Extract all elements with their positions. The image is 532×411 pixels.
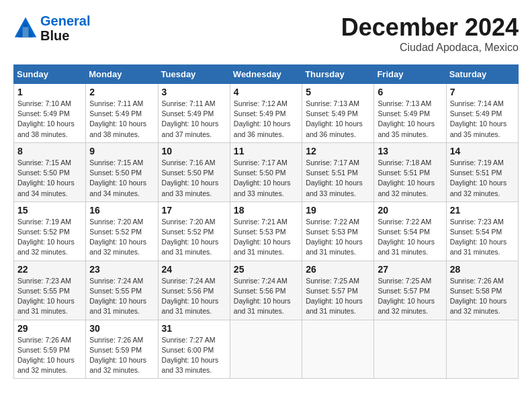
day-number: 19 — [306, 205, 370, 216]
day-info: Sunrise: 7:11 AM Sunset: 5:49 PM Dayligh… — [89, 99, 154, 140]
day-number: 13 — [378, 146, 442, 156]
day-info: Sunrise: 7:25 AM Sunset: 5:57 PM Dayligh… — [306, 276, 370, 317]
calendar-cell: 7 Sunrise: 7:14 AM Sunset: 5:49 PM Dayli… — [446, 84, 518, 143]
day-info: Sunrise: 7:12 AM Sunset: 5:49 PM Dayligh… — [234, 99, 298, 140]
calendar-cell: 31 Sunrise: 7:27 AM Sunset: 6:00 PM Dayl… — [158, 320, 230, 379]
day-info: Sunrise: 7:26 AM Sunset: 5:59 PM Dayligh… — [89, 335, 154, 376]
calendar-cell: 29 Sunrise: 7:26 AM Sunset: 5:59 PM Dayl… — [14, 320, 86, 379]
day-info: Sunrise: 7:24 AM Sunset: 5:56 PM Dayligh… — [162, 276, 226, 317]
day-number: 27 — [378, 264, 442, 275]
weekday-header-sunday: Sunday — [14, 65, 86, 84]
day-number: 22 — [17, 264, 82, 275]
day-number: 21 — [450, 205, 515, 216]
calendar-week-row: 8 Sunrise: 7:15 AM Sunset: 5:50 PM Dayli… — [14, 142, 519, 201]
day-info: Sunrise: 7:22 AM Sunset: 5:53 PM Dayligh… — [306, 217, 370, 258]
day-info: Sunrise: 7:23 AM Sunset: 5:55 PM Dayligh… — [17, 276, 82, 317]
calendar-cell: 9 Sunrise: 7:15 AM Sunset: 5:50 PM Dayli… — [86, 142, 158, 201]
calendar-cell — [374, 320, 446, 379]
calendar-cell: 22 Sunrise: 7:23 AM Sunset: 5:55 PM Dayl… — [14, 261, 86, 320]
calendar-cell: 12 Sunrise: 7:17 AM Sunset: 5:51 PM Dayl… — [302, 142, 374, 201]
day-number: 26 — [306, 264, 370, 275]
calendar-cell: 14 Sunrise: 7:19 AM Sunset: 5:51 PM Dayl… — [446, 142, 518, 201]
calendar-cell — [446, 320, 518, 379]
day-info: Sunrise: 7:26 AM Sunset: 5:58 PM Dayligh… — [450, 276, 515, 317]
calendar-cell: 3 Sunrise: 7:11 AM Sunset: 5:49 PM Dayli… — [158, 84, 230, 143]
day-number: 2 — [89, 87, 154, 97]
day-info: Sunrise: 7:24 AM Sunset: 5:55 PM Dayligh… — [89, 276, 154, 317]
day-number: 11 — [234, 146, 298, 156]
location-title: Ciudad Apodaca, Mexico — [341, 42, 519, 54]
page-header: General Blue December 2024 Ciudad Apodac… — [13, 13, 519, 54]
logo-blue: Blue — [40, 28, 69, 43]
day-info: Sunrise: 7:25 AM Sunset: 5:57 PM Dayligh… — [378, 276, 442, 317]
day-info: Sunrise: 7:22 AM Sunset: 5:54 PM Dayligh… — [378, 217, 442, 258]
day-info: Sunrise: 7:24 AM Sunset: 5:56 PM Dayligh… — [234, 276, 298, 317]
day-info: Sunrise: 7:15 AM Sunset: 5:50 PM Dayligh… — [17, 158, 82, 199]
calendar-cell: 2 Sunrise: 7:11 AM Sunset: 5:49 PM Dayli… — [86, 84, 158, 143]
calendar-cell: 23 Sunrise: 7:24 AM Sunset: 5:55 PM Dayl… — [86, 261, 158, 320]
calendar-cell: 17 Sunrise: 7:20 AM Sunset: 5:52 PM Dayl… — [158, 201, 230, 261]
calendar-cell: 6 Sunrise: 7:13 AM Sunset: 5:49 PM Dayli… — [374, 84, 446, 143]
day-number: 16 — [89, 205, 154, 216]
title-block: December 2024 Ciudad Apodaca, Mexico — [341, 13, 519, 54]
day-number: 24 — [162, 264, 226, 275]
day-info: Sunrise: 7:16 AM Sunset: 5:50 PM Dayligh… — [162, 158, 226, 199]
calendar-cell: 8 Sunrise: 7:15 AM Sunset: 5:50 PM Dayli… — [14, 142, 86, 201]
day-number: 5 — [306, 87, 370, 97]
calendar-cell: 1 Sunrise: 7:10 AM Sunset: 5:49 PM Dayli… — [14, 84, 86, 143]
calendar-cell: 4 Sunrise: 7:12 AM Sunset: 5:49 PM Dayli… — [230, 84, 302, 143]
calendar-cell: 16 Sunrise: 7:20 AM Sunset: 5:52 PM Dayl… — [86, 201, 158, 261]
day-number: 30 — [89, 323, 154, 334]
calendar-cell: 30 Sunrise: 7:26 AM Sunset: 5:59 PM Dayl… — [86, 320, 158, 379]
weekday-header-wednesday: Wednesday — [230, 65, 302, 84]
day-number: 29 — [17, 323, 82, 334]
day-info: Sunrise: 7:17 AM Sunset: 5:51 PM Dayligh… — [306, 158, 370, 199]
calendar-cell: 24 Sunrise: 7:24 AM Sunset: 5:56 PM Dayl… — [158, 261, 230, 320]
day-number: 3 — [162, 87, 226, 97]
day-number: 9 — [89, 146, 154, 156]
day-number: 31 — [162, 323, 226, 334]
calendar-cell: 13 Sunrise: 7:18 AM Sunset: 5:51 PM Dayl… — [374, 142, 446, 201]
day-info: Sunrise: 7:21 AM Sunset: 5:53 PM Dayligh… — [234, 217, 298, 258]
day-number: 12 — [306, 146, 370, 156]
weekday-header-monday: Monday — [86, 65, 158, 84]
day-number: 15 — [17, 205, 82, 216]
calendar-cell: 19 Sunrise: 7:22 AM Sunset: 5:53 PM Dayl… — [302, 201, 374, 261]
day-info: Sunrise: 7:26 AM Sunset: 5:59 PM Dayligh… — [17, 335, 82, 376]
day-info: Sunrise: 7:15 AM Sunset: 5:50 PM Dayligh… — [89, 158, 154, 199]
calendar-cell — [230, 320, 302, 379]
calendar-week-row: 15 Sunrise: 7:19 AM Sunset: 5:52 PM Dayl… — [14, 201, 519, 261]
month-title: December 2024 — [341, 13, 519, 42]
calendar-cell: 21 Sunrise: 7:23 AM Sunset: 5:54 PM Dayl… — [446, 201, 518, 261]
day-number: 23 — [89, 264, 154, 275]
day-info: Sunrise: 7:19 AM Sunset: 5:52 PM Dayligh… — [17, 217, 82, 258]
svg-rect-2 — [23, 27, 29, 37]
weekday-header-tuesday: Tuesday — [158, 65, 230, 84]
day-number: 1 — [17, 87, 82, 97]
logo-icon — [13, 16, 38, 40]
calendar-cell: 10 Sunrise: 7:16 AM Sunset: 5:50 PM Dayl… — [158, 142, 230, 201]
calendar-cell: 18 Sunrise: 7:21 AM Sunset: 5:53 PM Dayl… — [230, 201, 302, 261]
day-number: 7 — [450, 87, 515, 97]
calendar-cell: 27 Sunrise: 7:25 AM Sunset: 5:57 PM Dayl… — [374, 261, 446, 320]
calendar-table: SundayMondayTuesdayWednesdayThursdayFrid… — [13, 64, 519, 379]
calendar-cell: 25 Sunrise: 7:24 AM Sunset: 5:56 PM Dayl… — [230, 261, 302, 320]
day-info: Sunrise: 7:27 AM Sunset: 6:00 PM Dayligh… — [162, 335, 226, 376]
day-info: Sunrise: 7:13 AM Sunset: 5:49 PM Dayligh… — [306, 99, 370, 140]
logo: General Blue — [13, 13, 90, 43]
day-info: Sunrise: 7:19 AM Sunset: 5:51 PM Dayligh… — [450, 158, 515, 199]
day-info: Sunrise: 7:20 AM Sunset: 5:52 PM Dayligh… — [89, 217, 154, 258]
calendar-cell: 5 Sunrise: 7:13 AM Sunset: 5:49 PM Dayli… — [302, 84, 374, 143]
day-number: 6 — [378, 87, 442, 97]
weekday-header-saturday: Saturday — [446, 65, 518, 84]
calendar-cell: 28 Sunrise: 7:26 AM Sunset: 5:58 PM Dayl… — [446, 261, 518, 320]
calendar-cell: 26 Sunrise: 7:25 AM Sunset: 5:57 PM Dayl… — [302, 261, 374, 320]
weekday-header-thursday: Thursday — [302, 65, 374, 84]
weekday-header-friday: Friday — [374, 65, 446, 84]
day-number: 18 — [234, 205, 298, 216]
calendar-cell — [302, 320, 374, 379]
calendar-week-row: 29 Sunrise: 7:26 AM Sunset: 5:59 PM Dayl… — [14, 320, 519, 379]
logo-general: General — [40, 13, 90, 28]
day-number: 4 — [234, 87, 298, 97]
calendar-week-row: 1 Sunrise: 7:10 AM Sunset: 5:49 PM Dayli… — [14, 84, 519, 143]
